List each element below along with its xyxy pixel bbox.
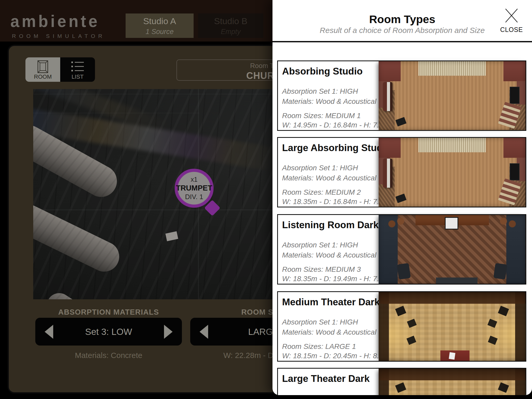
card-dimensions: W: 18.15m - D: 20.45m - H: 8.50m <box>282 352 393 360</box>
room-type-card[interactable]: Listening Room Dark Absorption Set 1: HI… <box>277 214 526 285</box>
card-dimensions: W: 14.95m - D: 16.84m - H: 7.00m <box>282 121 393 129</box>
card-absorption: Absorption Set 1: HIGH <box>282 87 358 96</box>
card-materials: Materials: Wood & Acoustical Tiles <box>282 174 394 182</box>
room-icon <box>37 60 49 73</box>
list-view-label: LIST <box>60 73 95 80</box>
absorption-materials-value: Set 3: LOW <box>35 327 182 337</box>
card-title: Large Absorbing Studio <box>282 143 391 153</box>
card-absorption: Absorption Set 1: HIGH <box>282 318 358 326</box>
materials-description: Materials: Concrete <box>35 351 182 360</box>
modal-title: Room Types <box>272 13 532 26</box>
room-thumbnail <box>379 292 526 361</box>
header-divider <box>272 41 532 42</box>
app-logo: ambiente ROOM SIMULATOR <box>10 12 119 39</box>
room-thumbnail <box>379 215 526 284</box>
card-room-size: Room Sizes: MEDIUM 2 <box>282 188 361 197</box>
room-type-card[interactable]: Large Absorbing Studio Absorption Set 1:… <box>277 137 526 207</box>
source-instrument: TRUMPET <box>176 184 212 192</box>
room-types-modal: Room Types Result of a choice of Room Ab… <box>272 0 532 395</box>
source-badge[interactable]: x1 TRUMPET DIV. 1 <box>175 169 214 208</box>
card-dimensions: W: 18.35m - D: 16.84m - H: 7.00m <box>282 198 393 206</box>
modal-subtitle: Result of a choice of Room Absorption an… <box>272 26 532 35</box>
tab-studio-b[interactable]: Studio B Empty <box>198 13 263 38</box>
room-thumbnail <box>379 369 526 395</box>
source-division: DIV. 1 <box>185 193 203 201</box>
absorption-materials-selector: Set 3: LOW <box>35 318 182 346</box>
room-type-card[interactable]: Absorbing Studio Absorption Set 1: HIGH … <box>277 60 526 131</box>
card-dimensions: W: 18.35m - D: 19.49m - H: 7.00m <box>282 275 393 283</box>
app-root: ambiente ROOM SIMULATOR Studio A 1 Sourc… <box>0 0 532 399</box>
list-icon <box>70 60 85 73</box>
card-title: Absorbing Studio <box>282 66 363 77</box>
view-toggle: ROOM LIST <box>25 57 95 82</box>
close-button[interactable]: CLOSE <box>497 7 526 38</box>
room-thumbnail <box>379 138 526 207</box>
card-absorption: Absorption Set 1: HIGH <box>282 164 358 172</box>
room-view-button[interactable]: ROOM <box>25 57 60 82</box>
card-absorption: Absorption Set 1: HIGH <box>282 241 358 249</box>
room-type-card[interactable]: Large Theater Dark <box>277 368 526 395</box>
room-view-label: ROOM <box>25 73 60 80</box>
card-materials: Materials: Wood & Acoustical Tiles <box>282 97 394 106</box>
card-room-size: Room Sizes: LARGE 1 <box>282 342 356 351</box>
tab-studio-b-label: Studio B <box>198 16 263 26</box>
close-icon <box>503 7 520 23</box>
next-arrow-button[interactable] <box>164 325 173 339</box>
card-title: Large Theater Dark <box>282 373 370 384</box>
logo-subtitle: ROOM SIMULATOR <box>12 33 119 39</box>
card-materials: Materials: Wood & Acoustical Tiles <box>282 328 394 336</box>
tab-studio-b-status: Empty <box>198 28 263 36</box>
close-label: CLOSE <box>497 26 526 33</box>
card-materials: Materials: Wood & Acoustical Tiles <box>282 251 394 259</box>
tab-studio-a-label: Studio A <box>126 16 194 26</box>
room-thumbnail <box>379 61 526 130</box>
card-room-size: Room Sizes: MEDIUM 1 <box>282 112 361 120</box>
card-title: Listening Room Dark <box>282 220 379 231</box>
logo-title: ambiente <box>10 11 119 31</box>
list-view-button[interactable]: LIST <box>60 57 95 82</box>
tab-studio-a[interactable]: Studio A 1 Source <box>126 13 194 38</box>
tab-studio-a-status: 1 Source <box>126 28 194 36</box>
source-count: x1 <box>191 176 197 183</box>
room-type-card[interactable]: Medium Theater Dark Absorption Set 1: HI… <box>277 291 526 362</box>
card-room-size: Room Sizes: MEDIUM 3 <box>282 265 361 274</box>
absorption-materials-title: ABSORPTION MATERIALS <box>35 308 182 316</box>
card-title: Medium Theater Dark <box>282 297 380 308</box>
